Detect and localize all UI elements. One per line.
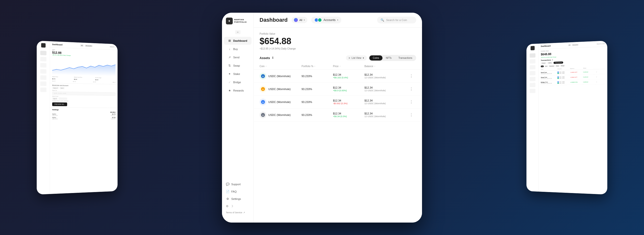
portfolio-sort-icon[interactable]: ↕ [314,65,315,67]
coin-cell-4: $ USDC (Wormhole) [260,112,302,118]
moon-icon[interactable]: ☽ [230,204,233,208]
tab-coins[interactable]: Coins [369,56,382,60]
sidebar-item-bridge[interactable]: ⟋ Bridge [224,78,252,86]
sidebar-item-buy[interactable]: ↓ Buy [224,45,252,53]
right-nav-2[interactable] [530,59,535,64]
coin-logo-3: $ [260,98,266,106]
left-nav-4[interactable] [40,69,46,74]
left-network-badge[interactable]: All [80,44,84,46]
left-stat-h1: Native Price [52,76,74,78]
right-nav-6[interactable] [530,83,535,87]
right-subtab-bridge[interactable]: Bridge [560,65,565,66]
bridge-to-select[interactable]: Sol ▾ [60,87,65,89]
sidebar-item-swap[interactable]: ⇅ Swap [224,62,252,70]
accounts-button[interactable]: Accounts ▾ [311,16,341,24]
tab-transactions[interactable]: Transactions [395,56,416,60]
right-nav-3[interactable] [530,65,535,69]
coin-logo-2: $ [260,86,266,92]
list-view-button[interactable]: ≡ List View ▾ [346,56,367,60]
price-sort-icon[interactable]: ↕ [340,65,340,67]
bridge-preview-button[interactable]: PREVIEW SE... [52,102,67,106]
download-icon[interactable]: ⬇ [272,56,274,60]
sidebar-item-send[interactable]: ↗ Send [224,54,252,61]
bridge-amount-input[interactable] [58,97,67,100]
bridge-address-input[interactable]: 0x1234...0x1234...0x1234 [52,91,116,96]
col-actions [406,65,416,68]
right-nav-5[interactable] [530,77,535,81]
sidebar-item-stake[interactable]: ✦ Stake [224,70,252,78]
network-dropdown-icon: ▾ [304,19,305,21]
more-button-1[interactable]: ⋮ [406,74,416,78]
left-nav-6[interactable] [40,81,46,86]
more-button-4[interactable]: ⋮ [406,112,416,117]
right-accounts-badge[interactable]: Accounts [572,44,579,46]
network-label: All [299,18,302,22]
right-page-title: Dashboard [541,45,550,47]
left-sidebar [36,40,50,194]
left-stat-h3: All Time High [95,77,116,78]
change-pct: (+14.54%) [269,47,280,50]
left-date-3: Apr 29 [93,81,96,82]
right-nav-7[interactable] [530,88,535,93]
buy-icon: ↓ [228,47,231,51]
more-button-3[interactable]: ⋮ [406,100,416,104]
sidebar-collapse-button[interactable]: ‹› [235,30,240,34]
left-accounts-badge[interactable]: Accounts [85,44,93,47]
bridge-coin-select[interactable]: Apo ▾ [52,97,58,100]
right-more-3[interactable]: › [596,80,605,83]
left-main: Dashboard All Accounts Search... APT $12… [50,41,118,194]
right-subtab-swap[interactable]: Swap [555,65,560,67]
left-nav-3[interactable] [40,63,46,68]
sidebar-settings[interactable]: ⚙ Settings [222,195,254,202]
change-period: Daily Change [281,47,296,50]
search-box[interactable]: 🔍 Search for a Coin [377,16,416,24]
right-network-badge[interactable]: All [568,44,571,46]
more-button-2[interactable]: ⋮ [406,87,416,91]
sidebar-logo: ✦ MARTIAN Portfolio [222,18,254,29]
left-nav-5[interactable] [40,75,46,80]
right-more-1[interactable]: › [596,70,605,73]
network-selector[interactable]: All ▾ [292,17,307,23]
right-col-status: Status [583,67,596,69]
left-hold-val-1: 48.76 [111,113,116,115]
portfolio-pct-1: 93.233% [302,75,333,78]
sidebar-faq[interactable]: 📄 FAQ [222,188,254,195]
coin-sort-icon[interactable]: ↕ [266,65,267,67]
balance-sort-icon[interactable]: ↕ [374,65,375,67]
accounts-icons [314,18,322,22]
left-stat-v2: $0.02 [74,78,95,80]
rewards-icon: ★ [228,89,231,92]
left-nav-7[interactable] [40,87,46,92]
view-controls: ≡ List View ▾ Coins NFTs Transactions [346,55,416,61]
left-nav-1[interactable] [40,50,46,55]
left-search[interactable]: Search... [110,46,116,48]
right-tab-coins[interactable]: Coins [541,62,546,64]
left-stat-h2: Market Cap Price [74,76,95,78]
right-tab-nfts[interactable]: NFTs [548,62,553,64]
terms-of-service[interactable]: Terms of Service ↗ [222,210,254,215]
right-tab-transactions[interactable]: Transactions [554,61,563,64]
sidebar-support[interactable]: 💬 Support [222,180,254,188]
left-hold-row-2: Aptos supt.eth $3 48.58 1,020 APT [52,117,116,120]
accounts-dropdown-icon: ▾ [337,19,338,21]
price-change-3: -$0.002 (0.3%) [333,102,364,105]
right-nav-4[interactable] [530,71,535,75]
bridge-from-select[interactable]: Aptos ▾ [52,87,59,89]
right-download-icon[interactable]: ⬇ [552,59,553,61]
right-nav-1[interactable] [530,53,535,58]
svg-text:$: $ [262,101,264,104]
left-nav-2[interactable] [40,56,46,61]
right-more-2[interactable]: › [596,75,605,78]
right-from-dot-2 [558,76,558,77]
tab-nfts[interactable]: NFTs [382,56,395,60]
right-subtab-all[interactable]: All [541,66,544,67]
right-search[interactable]: Search a Coin [597,43,605,45]
sidebar-item-dashboard[interactable]: ⊞ Dashboard [224,37,252,45]
right-subtab-received[interactable]: Received [548,65,555,67]
gear-icon[interactable]: ⚙ [226,204,228,208]
dashboard-icon: ⊞ [228,39,231,42]
price-cell-1: $12.34 +$0.102 (0.4%) [333,73,364,79]
sidebar-item-rewards[interactable]: ★ Rewards [224,87,252,94]
right-to-3: 0x4f...A484 [559,82,564,84]
right-subtab-sent[interactable]: Sent [544,65,548,67]
